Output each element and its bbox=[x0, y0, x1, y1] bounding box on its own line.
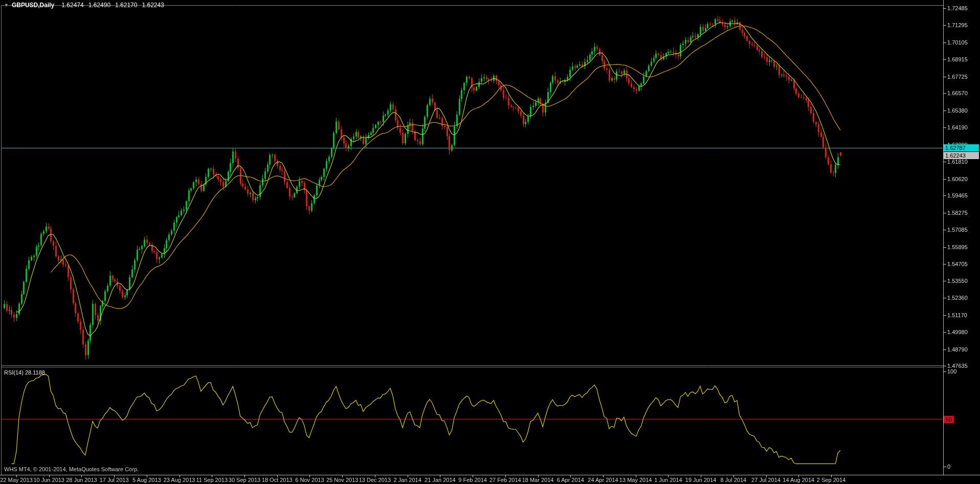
rsi-axis-0: 0 bbox=[947, 464, 950, 470]
quote-low: 1.62170 bbox=[115, 2, 137, 9]
price-axis-label: 1.51170 bbox=[947, 312, 967, 318]
price-axis-label: 1.70105 bbox=[947, 39, 968, 46]
price-axis-label: 1.58275 bbox=[947, 210, 968, 216]
bid-price-tag: 1.62243 bbox=[944, 152, 979, 159]
hline-price-tag: 1.62787 bbox=[944, 144, 979, 151]
price-axis-label: 1.68915 bbox=[947, 56, 968, 62]
price-axis-label: 1.55895 bbox=[947, 244, 968, 250]
collapse-chart-icon[interactable]: ▼ bbox=[4, 3, 9, 8]
price-axis-label: 1.59465 bbox=[947, 192, 968, 199]
rsi-indicator-label: RSI(14) 28.1188 bbox=[4, 369, 45, 376]
price-axis-label: 1.72485 bbox=[947, 5, 968, 11]
price-axis-label: 1.57085 bbox=[947, 227, 968, 233]
rsi-axis-100: 100 bbox=[947, 368, 956, 375]
price-axis-label: 1.61810 bbox=[947, 159, 968, 165]
price-axis-label: 1.71295 bbox=[947, 22, 968, 28]
date-axis-label: 2 Sep 2014 bbox=[803, 477, 859, 483]
price-axis-label: 1.48790 bbox=[947, 346, 968, 353]
price-axis-label: 1.60620 bbox=[947, 176, 968, 182]
price-axis-label: 1.65380 bbox=[947, 107, 968, 114]
rsi-name: RSI(14) bbox=[4, 369, 24, 376]
mt4-chart-window: ▼GBPUSD,Daily1.624741.624901.621701.6224… bbox=[0, 0, 980, 484]
chart-header: ▼GBPUSD,Daily1.624741.624901.621701.6224… bbox=[4, 2, 169, 9]
price-axis-label: 1.54705 bbox=[947, 261, 968, 267]
quote-open: 1.62474 bbox=[61, 2, 83, 9]
rsi-value: 28.1188 bbox=[25, 369, 45, 376]
price-axis-label: 1.66570 bbox=[947, 90, 968, 96]
quote-high: 1.62490 bbox=[88, 2, 110, 9]
price-axis-label: 1.53550 bbox=[947, 278, 968, 284]
quote-close: 1.62243 bbox=[142, 2, 164, 9]
price-axis-label: 1.64190 bbox=[947, 124, 968, 130]
chart-canvas[interactable] bbox=[0, 0, 980, 484]
rsi-axis-50-tag: 50 bbox=[944, 416, 954, 423]
copyright-text: WHS MT4, © 2001-2014, MetaQuotes Softwar… bbox=[4, 466, 139, 472]
symbol-period-label: GBPUSD,Daily bbox=[12, 2, 54, 9]
price-axis-label: 1.49980 bbox=[947, 329, 968, 335]
price-axis-label: 1.52360 bbox=[947, 295, 968, 301]
price-axis-label: 1.67725 bbox=[947, 74, 968, 80]
